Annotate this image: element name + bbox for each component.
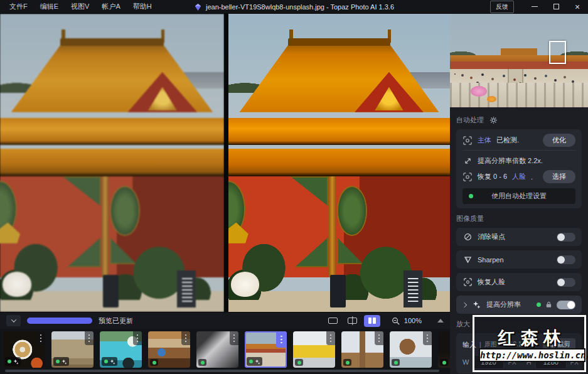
thumbnail-menu-icon[interactable] xyxy=(276,331,287,348)
filmstrip-thumbnail-deer[interactable] xyxy=(390,331,432,368)
minimize-icon xyxy=(532,6,538,8)
chevron-down-icon xyxy=(11,317,16,322)
navigation-thumbnail[interactable] xyxy=(450,14,588,107)
thumbnail-menu-icon[interactable] xyxy=(423,331,432,345)
remove-noise-toggle[interactable] xyxy=(557,233,575,242)
thumbnail-menu-icon[interactable] xyxy=(85,331,94,345)
enlarge-header-label: 放大 xyxy=(456,319,470,329)
sharpen-row[interactable]: Sharpen xyxy=(456,250,582,269)
crop-button-label: 裁剪 xyxy=(557,340,570,349)
window-controls: 反馈 × xyxy=(490,0,588,14)
filmstrip-thumbnail-car[interactable] xyxy=(100,331,142,368)
card-divider xyxy=(462,150,575,151)
recover-faces-icon xyxy=(462,278,473,286)
gear-icon[interactable] xyxy=(489,116,498,124)
processed-dot-icon xyxy=(152,361,156,365)
upscale-label: 提高分辨率 xyxy=(486,300,521,309)
side-by-side-view-button[interactable] xyxy=(364,315,380,327)
lock-icon[interactable] xyxy=(545,301,552,308)
width-input[interactable] xyxy=(473,355,504,369)
feedback-button[interactable]: 反馈 xyxy=(490,1,514,13)
menu-account[interactable]: 帐户A xyxy=(96,0,126,13)
autopilot-sparkle-icon xyxy=(255,359,260,365)
thumbnail-menu-icon[interactable] xyxy=(133,331,142,345)
menu-help[interactable]: 帮助H xyxy=(127,0,158,13)
before-preview[interactable] xyxy=(0,14,224,312)
photo-roof-band xyxy=(0,149,224,176)
input-separator: | xyxy=(479,341,481,348)
thumbnail-menu-icon[interactable] xyxy=(36,331,45,345)
height-unit: PX xyxy=(570,359,579,366)
sharpen-toggle[interactable] xyxy=(557,255,575,264)
filmstrip-thumbnail-church[interactable] xyxy=(341,331,383,368)
thumbnail-status-badge xyxy=(102,357,117,366)
subject-detect-icon xyxy=(462,136,473,145)
upscale-toggle[interactable] xyxy=(557,301,575,309)
remove-noise-row[interactable]: 消除噪点 xyxy=(456,228,582,246)
subject-label: 主体 xyxy=(478,136,491,145)
navigator-viewport-rect[interactable] xyxy=(549,41,566,64)
height-input[interactable] xyxy=(535,355,567,369)
preview-progress-bar xyxy=(27,318,92,324)
photo-white-umbrella xyxy=(3,272,31,297)
menu-view[interactable]: 视图V xyxy=(65,0,95,13)
single-view-button[interactable] xyxy=(325,315,341,327)
processed-dot-icon xyxy=(104,360,108,363)
upscale-row[interactable]: 提高分辨率 xyxy=(456,296,582,314)
close-icon: × xyxy=(575,2,580,12)
expand-chevron-icon[interactable] xyxy=(462,302,467,307)
thumbnail-list xyxy=(3,331,450,368)
crop-button[interactable]: 裁剪 xyxy=(543,338,575,351)
thumbnail-status-badge xyxy=(53,357,69,366)
thumbnail-menu-icon[interactable] xyxy=(326,331,335,345)
faces-row: 恢复 0 - 6 人脸 . 选择 xyxy=(462,169,575,184)
input-label: 输入 xyxy=(462,340,476,350)
thumbnail-menu-icon[interactable] xyxy=(230,331,238,345)
recover-faces-row[interactable]: 恢复人脸 xyxy=(456,273,582,291)
filmstrip-thumbnail-building[interactable] xyxy=(51,331,94,368)
photo-roof-ridge xyxy=(60,38,163,46)
after-preview[interactable] xyxy=(228,14,450,312)
image-quality-header: 图像质量 xyxy=(456,214,582,223)
topaz-photo-ai-window: jean-beller-VT19S8wlqb8-unsplash.jpg - T… xyxy=(0,0,588,374)
thumbnail-status-badge xyxy=(392,359,400,366)
refine-button[interactable]: 优化 xyxy=(543,134,575,147)
filmstrip-scrollbar[interactable] xyxy=(5,370,439,372)
menu-edit[interactable]: 编辑E xyxy=(35,0,64,13)
upscale-arrow-icon xyxy=(462,157,473,165)
filmstrip-thumbnail-yellow-building[interactable] xyxy=(293,331,335,368)
collapse-filmstrip-button[interactable] xyxy=(6,315,21,326)
thumbnail-menu-icon[interactable] xyxy=(181,331,190,345)
processed-dot-icon xyxy=(249,360,253,363)
processed-dot-icon xyxy=(346,361,350,365)
menu-file[interactable]: 文件F xyxy=(4,0,33,13)
upscale-sparkle-icon xyxy=(471,301,481,309)
thumbnail-status-badge xyxy=(247,357,262,366)
processed-dot-icon xyxy=(8,360,11,363)
zoom-level-value[interactable]: 100% xyxy=(404,317,422,324)
maximize-button[interactable] xyxy=(545,0,567,14)
filmstrip-thumbnail-statue[interactable] xyxy=(196,331,238,368)
filmstrip-thumbnail-market[interactable] xyxy=(148,331,190,368)
select-faces-button[interactable]: 选择 xyxy=(543,170,575,183)
thumbnail-status-badge xyxy=(5,357,21,366)
minimize-button[interactable] xyxy=(524,0,545,14)
topaz-logo-icon xyxy=(194,3,202,11)
autopilot-sparkle-icon xyxy=(61,359,67,365)
dimensions-row: W PX H PX xyxy=(462,355,575,369)
use-autopilot-settings-button[interactable]: 使用自动处理设置 xyxy=(462,188,575,204)
width-label: W xyxy=(462,358,469,366)
upscale-summary-text: 提高分辨率倍数 2.2x. xyxy=(478,156,543,166)
upscale-summary-row: 提高分辨率倍数 2.2x. xyxy=(462,153,575,169)
recover-faces-toggle[interactable] xyxy=(557,278,575,287)
split-view-button[interactable] xyxy=(345,315,361,327)
filmstrip-thumbnail-partial[interactable] xyxy=(438,331,450,368)
thumbnail-status-badge xyxy=(150,359,158,366)
close-button[interactable]: × xyxy=(567,0,588,14)
sharpen-label: Sharpen xyxy=(478,256,504,264)
zoom-dropdown-caret-icon[interactable] xyxy=(437,319,444,323)
filmstrip-thumbnail-food[interactable] xyxy=(3,331,45,368)
thumbnail-menu-icon[interactable] xyxy=(375,331,383,345)
filmstrip-thumbnail-palace-selected[interactable] xyxy=(245,331,287,368)
enlarge-header: 放大 xyxy=(456,319,582,329)
